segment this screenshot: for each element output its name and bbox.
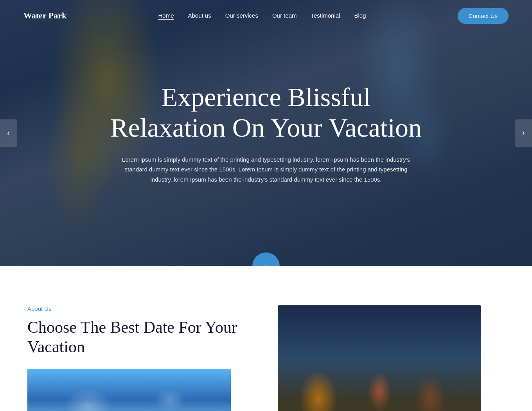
nav-link-home[interactable]: Home bbox=[158, 12, 174, 19]
hero-description: Lorem Ipsum is simply dummy text of the … bbox=[113, 155, 419, 185]
about-section: About Us Choose The Best Date For Your V… bbox=[0, 297, 532, 411]
below-hero: About Us Choose The Best Date For Your V… bbox=[0, 266, 532, 411]
about-tag: About Us bbox=[27, 305, 246, 312]
park-night-image bbox=[278, 305, 481, 411]
carousel-next-button[interactable]: › bbox=[515, 119, 532, 147]
about-heading: Choose The Best Date For Your Vacation bbox=[27, 317, 246, 357]
nav-link-services[interactable]: Our services bbox=[225, 12, 258, 19]
nav-item-about[interactable]: About us bbox=[188, 12, 211, 19]
about-left-content: About Us Choose The Best Date For Your V… bbox=[27, 305, 246, 411]
nav-item-services[interactable]: Our services bbox=[225, 12, 258, 19]
arrow-down-icon: ↓ bbox=[264, 260, 269, 267]
hero-title: Experience Blissful Relaxation On Your V… bbox=[106, 82, 426, 143]
navbar: Water Park Home About us Our services Ou… bbox=[0, 0, 532, 31]
hero-section: ‹ Experience Blissful Relaxation On Your… bbox=[0, 0, 532, 266]
chevron-right-icon: › bbox=[522, 128, 525, 138]
about-right-image bbox=[278, 305, 481, 411]
nav-link-testimonial[interactable]: Testimonial bbox=[311, 12, 340, 19]
water-image bbox=[27, 369, 231, 411]
nav-links: Home About us Our services Our team Test… bbox=[158, 12, 366, 19]
nav-item-team[interactable]: Our team bbox=[272, 12, 297, 19]
nav-item-blog[interactable]: Blog bbox=[354, 12, 366, 19]
chevron-left-icon: ‹ bbox=[7, 128, 10, 138]
nav-link-team[interactable]: Our team bbox=[272, 12, 297, 19]
carousel-prev-button[interactable]: ‹ bbox=[0, 119, 17, 147]
about-bottom-image-container bbox=[27, 369, 246, 411]
site-logo[interactable]: Water Park bbox=[23, 11, 66, 21]
nav-link-about[interactable]: About us bbox=[188, 12, 211, 19]
nav-link-blog[interactable]: Blog bbox=[354, 12, 366, 19]
contact-us-button[interactable]: Contact Us bbox=[458, 8, 509, 24]
hero-content: Experience Blissful Relaxation On Your V… bbox=[90, 82, 442, 185]
nav-item-testimonial[interactable]: Testimonial bbox=[311, 12, 340, 19]
nav-item-home[interactable]: Home bbox=[158, 12, 174, 19]
